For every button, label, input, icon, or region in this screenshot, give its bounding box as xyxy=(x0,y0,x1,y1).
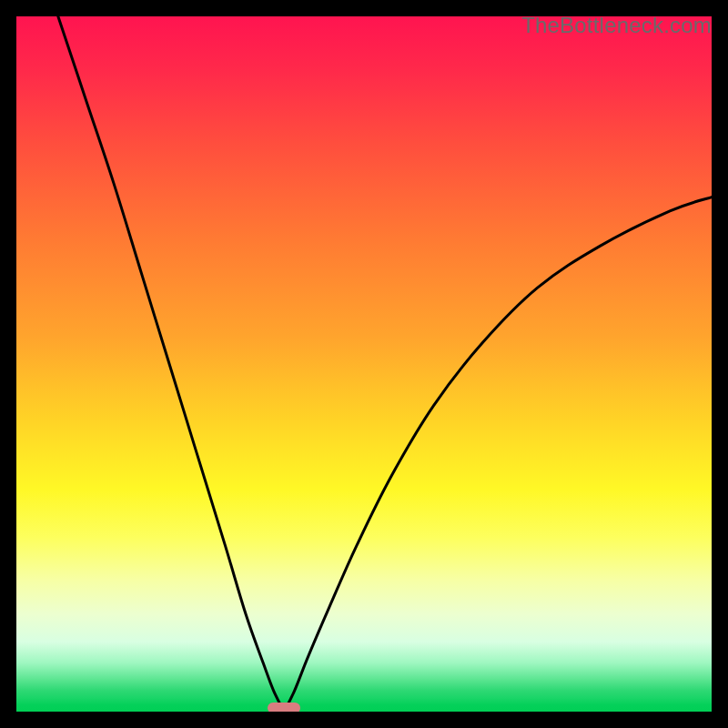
chart-frame: TheBottleneck.com xyxy=(0,0,728,728)
min-marker xyxy=(268,703,300,712)
plot-area xyxy=(16,16,712,712)
bottleneck-curve-left xyxy=(58,16,284,712)
curve-svg xyxy=(16,16,712,712)
bottleneck-curve-right xyxy=(284,197,712,712)
watermark-text: TheBottleneck.com xyxy=(521,13,712,38)
